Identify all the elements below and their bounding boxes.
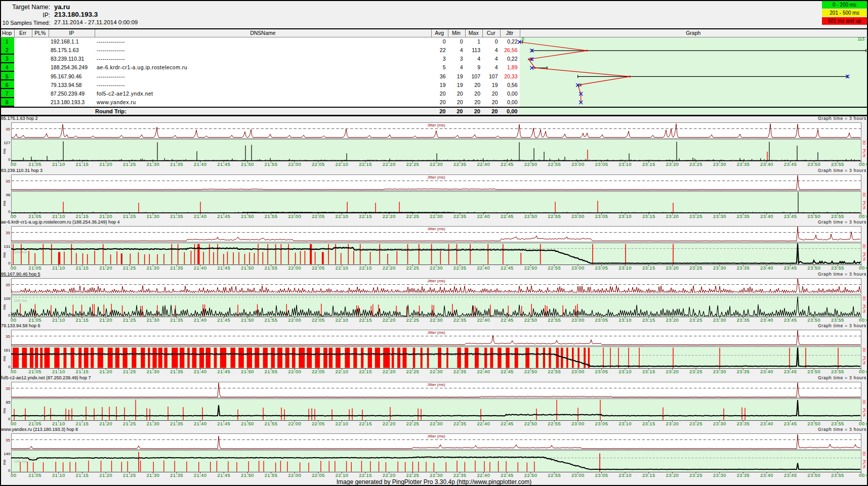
svg-text:22:35: 22:35 [453,369,467,374]
svg-text:21:35: 21:35 [170,213,183,219]
svg-text:22:05: 22:05 [312,161,325,167]
svg-text:21:50: 21:50 [241,161,254,167]
svg-text:109: 109 [4,296,11,300]
svg-text:00: 00 [11,161,16,167]
svg-text:22:40: 22:40 [477,317,490,323]
svg-text:23:35: 23:35 [736,369,750,374]
svg-text:23:50: 23:50 [807,161,820,167]
svg-text:30: 30 [862,192,866,197]
svg-text:21:05: 21:05 [28,265,42,271]
svg-text:ms: ms [2,356,7,362]
svg-text:21:30: 21:30 [146,161,159,167]
svg-text:22:40: 22:40 [477,161,490,167]
svg-text:21:35: 21:35 [170,369,183,374]
svg-text:00:0: 00:0 [859,265,868,271]
svg-text:23:00: 23:00 [571,472,585,478]
svg-text:21:20: 21:20 [99,265,112,271]
svg-text:23:00: 23:00 [571,213,585,219]
svg-text:23:40: 23:40 [760,317,773,323]
svg-text:30: 30 [862,347,866,352]
svg-text:21:25: 21:25 [123,213,136,219]
svg-text:35: 35 [6,334,10,339]
svg-text:22:25: 22:25 [406,317,420,323]
svg-text:22:00: 22:00 [288,161,301,167]
svg-text:23:30: 23:30 [713,317,726,323]
svg-text:22:45: 22:45 [501,265,514,271]
svg-text:22:55: 22:55 [548,472,561,478]
svg-text:21:55: 21:55 [265,421,278,426]
svg-text:23:20: 23:20 [666,472,679,478]
svg-text:23:10: 23:10 [618,421,632,426]
svg-text:00:0: 00:0 [859,317,868,323]
svg-text:00:0: 00:0 [859,369,868,374]
svg-text:21:45: 21:45 [217,369,230,374]
svg-text:30: 30 [862,244,866,248]
svg-text:22:05: 22:05 [312,421,325,426]
svg-text:21:30: 21:30 [146,369,159,374]
svg-text:PL%: PL% [862,356,866,365]
svg-text:22:30: 22:30 [430,265,443,271]
svg-text:21:25: 21:25 [123,161,136,167]
svg-text:21:35: 21:35 [170,472,183,478]
svg-text:22:05: 22:05 [312,213,325,219]
svg-text:21:30: 21:30 [146,265,159,271]
svg-text:23:30: 23:30 [713,213,726,219]
svg-text:22:35: 22:35 [453,472,467,478]
svg-text:35: 35 [6,127,10,131]
svg-text:fol5-c2-ae12.yndx.net (87.250.: fol5-c2-ae12.yndx.net (87.250.239.49) ho… [1,375,91,380]
svg-text:23:50: 23:50 [807,421,820,426]
svg-text:22:00: 22:00 [288,317,301,323]
svg-text:21:15: 21:15 [76,161,89,167]
svg-text:23:15: 23:15 [642,213,655,219]
svg-text:22:30: 22:30 [430,317,443,323]
svg-text:21:50: 21:50 [241,472,254,478]
svg-text:21:25: 21:25 [123,265,136,271]
svg-text:23:35: 23:35 [736,421,750,426]
svg-text:23:25: 23:25 [689,161,702,167]
svg-text:83.239.110.31 hop 3: 83.239.110.31 hop 3 [1,168,43,173]
svg-text:ms: ms [2,149,7,154]
svg-text:22:00: 22:00 [288,265,301,271]
svg-text:PL%: PL% [862,304,866,313]
svg-text:22:55: 22:55 [548,317,561,323]
svg-text:PL%: PL% [862,460,866,468]
svg-text:22:55: 22:55 [548,161,561,167]
svg-text:22:10: 22:10 [336,421,349,426]
svg-text:21:05: 21:05 [28,213,42,219]
svg-text:23:05: 23:05 [595,265,608,271]
svg-text:Graph time = 3 hours: Graph time = 3 hours [818,116,866,121]
svg-text:22:50: 22:50 [524,421,538,426]
svg-text:23:15: 23:15 [642,369,655,374]
svg-text:21:10: 21:10 [52,213,65,219]
svg-text:21:10: 21:10 [52,369,65,374]
svg-text:22:05: 22:05 [312,369,325,374]
svg-text:23:20: 23:20 [666,421,679,426]
svg-text:23:15: 23:15 [642,421,655,426]
svg-text:23:05: 23:05 [595,369,608,374]
svg-text:21:10: 21:10 [52,317,65,323]
svg-text:23:05: 23:05 [595,161,608,167]
svg-text:21:20: 21:20 [99,161,112,167]
svg-text:22:10: 22:10 [336,265,349,271]
svg-text:23:30: 23:30 [713,265,726,271]
svg-text:23:50: 23:50 [807,369,820,374]
svg-text:00: 00 [11,213,16,219]
svg-text:22:10: 22:10 [336,369,349,374]
svg-text:22:15: 22:15 [359,421,372,426]
svg-text:22:10: 22:10 [336,213,349,219]
svg-text:22:45: 22:45 [501,317,514,323]
svg-text:21:20: 21:20 [99,472,112,478]
svg-text:21:20: 21:20 [99,317,112,323]
svg-text:22:20: 22:20 [383,317,396,323]
svg-text:21:30: 21:30 [146,317,159,323]
svg-text:22:00: 22:00 [288,421,301,426]
svg-text:21:25: 21:25 [123,472,136,478]
svg-text:00: 00 [11,317,16,323]
svg-text:Graph time = 3 hours: Graph time = 3 hours [818,323,866,328]
svg-text:22:05: 22:05 [312,317,325,323]
svg-text:23:35: 23:35 [736,161,750,167]
svg-text:22:05: 22:05 [312,472,325,478]
svg-text:21:05: 21:05 [28,369,42,374]
svg-text:23:10: 23:10 [618,161,632,167]
svg-text:22:55: 22:55 [548,421,561,426]
